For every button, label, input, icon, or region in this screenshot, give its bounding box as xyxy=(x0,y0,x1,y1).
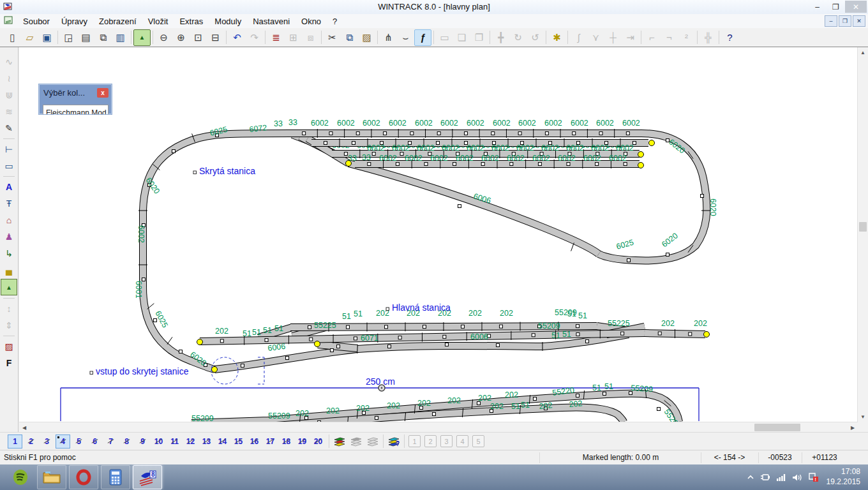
context-help-button[interactable]: ? xyxy=(721,29,738,46)
print-button[interactable]: ▤ xyxy=(77,29,94,46)
menu-moduly[interactable]: Moduly xyxy=(209,15,247,27)
copy-button[interactable]: ⧉ xyxy=(341,29,358,46)
height-adjust-button[interactable]: ↕ xyxy=(1,301,17,316)
layer-tab-15[interactable]: 15 xyxy=(231,434,246,449)
vertical-scroll-thumb[interactable] xyxy=(859,222,867,232)
zoom-fit-button[interactable]: ⊟ xyxy=(207,29,224,46)
move-part-button[interactable]: ╋ xyxy=(492,29,509,46)
mdi-close-button[interactable]: ✕ xyxy=(853,15,865,27)
undo-button[interactable]: ↶ xyxy=(228,29,246,46)
paste-button[interactable]: ▨ xyxy=(358,29,375,46)
bring-to-front-button[interactable]: ❏ xyxy=(453,29,470,46)
corner-tool-button[interactable]: ⌐ xyxy=(643,29,661,46)
insert-route-button[interactable]: ↳ xyxy=(1,246,17,261)
part-picker-dialog[interactable]: Výběr kol... x Fleischmann Mod xyxy=(38,84,112,115)
track-endpoint[interactable] xyxy=(315,341,320,347)
insert-terrain-button[interactable]: ▄ xyxy=(1,262,17,278)
print-pages-button[interactable]: ⧉ xyxy=(94,29,112,46)
track-align-button[interactable]: ⋓ xyxy=(1,87,17,103)
layers-colored-button[interactable] xyxy=(332,434,347,449)
center-selection-button[interactable]: ╬ xyxy=(700,29,717,46)
track-endpoint[interactable] xyxy=(346,161,352,167)
track-endpoint[interactable] xyxy=(649,140,655,146)
insert-image-button[interactable]: ▲ xyxy=(133,29,151,46)
tray-expand-icon[interactable] xyxy=(747,474,754,480)
connect-track-button[interactable]: ∫ xyxy=(570,29,587,46)
zoom-window-button[interactable]: ⊡ xyxy=(190,29,207,46)
cut-button[interactable]: ✂ xyxy=(324,29,341,46)
horizontal-scroll-thumb[interactable] xyxy=(754,424,800,431)
insert-rectangle-button[interactable]: ▭ xyxy=(1,158,17,174)
rotate-part-button[interactable]: ↻ xyxy=(509,29,527,46)
layer-tab-18[interactable]: 18 xyxy=(279,434,294,449)
new-file-button[interactable]: ▯ xyxy=(4,29,21,46)
layer-tab-16[interactable]: 16 xyxy=(247,434,262,449)
layers-question-button[interactable]: ? xyxy=(386,434,401,449)
menu-extras[interactable]: Extras xyxy=(174,15,209,27)
layer-tab-10[interactable]: 10 xyxy=(151,434,166,449)
layer-tab-9[interactable]: 9 xyxy=(135,434,150,449)
close-button[interactable]: ✕ xyxy=(845,1,867,13)
layer-tab-19[interactable]: 19 xyxy=(295,434,310,449)
minimize-button[interactable]: – xyxy=(808,1,827,13)
layer-tab-14[interactable]: 14 xyxy=(215,434,230,449)
layer-tab-3[interactable]: 3 xyxy=(40,434,54,449)
mdi-restore-button[interactable]: ❐ xyxy=(839,15,851,27)
redo-button[interactable]: ↷ xyxy=(246,29,263,46)
restore-button[interactable]: ❐ xyxy=(827,1,845,13)
cutter-tool-button[interactable]: ✎ xyxy=(1,121,17,136)
hide-layer-button[interactable]: ▨ xyxy=(1,339,17,354)
print-preview-button[interactable]: ◲ xyxy=(60,29,77,46)
plan-annotation[interactable]: vstup do skrytej stanice xyxy=(96,366,189,376)
page-box-2[interactable]: 2 xyxy=(424,435,437,447)
plan-annotation[interactable]: Skrytá stanica xyxy=(199,166,255,176)
scroll-right-arrow[interactable]: ▶ xyxy=(848,422,858,433)
layer-tab-12[interactable]: 12 xyxy=(183,434,198,449)
track-endpoint[interactable] xyxy=(704,332,710,338)
layer-tab-11[interactable]: 11 xyxy=(167,434,182,449)
track-bed-button[interactable]: ≋ xyxy=(1,104,17,119)
menu-nastaveni[interactable]: Nastaveni xyxy=(247,15,296,27)
layer-current-button[interactable] xyxy=(348,434,364,449)
rotate-180-button[interactable]: ↺ xyxy=(527,29,544,46)
menu-soubor[interactable]: Soubor xyxy=(17,15,56,27)
align-track-button[interactable]: ┼ xyxy=(604,29,622,46)
dialog-close-button[interactable]: x xyxy=(97,88,108,98)
calculator-taskbar-button[interactable] xyxy=(101,465,130,489)
insert-height-label-button[interactable]: Ŧ xyxy=(1,196,17,211)
network-signal-icon[interactable] xyxy=(776,473,786,481)
spotify-taskbar-button[interactable] xyxy=(6,466,34,489)
height-adjust-2-button[interactable]: ⇕ xyxy=(1,318,17,333)
volume-icon[interactable] xyxy=(792,473,802,482)
parts-list-button[interactable]: ▥ xyxy=(112,29,129,46)
power-icon[interactable] xyxy=(760,473,770,481)
track-endpoint[interactable] xyxy=(197,339,203,345)
insert-f-text-button[interactable]: F xyxy=(1,355,17,371)
manufacturer-combobox[interactable]: Fleischmann Mod xyxy=(43,105,108,115)
page-box-3[interactable]: 3 xyxy=(440,435,453,447)
dimension-tool-button[interactable]: ▭ xyxy=(436,29,453,46)
edge-tool-button[interactable]: ¬ xyxy=(661,29,678,46)
snap-part-button[interactable]: ✱ xyxy=(548,29,565,46)
layer-tab-6[interactable]: 6 xyxy=(87,434,102,449)
track-endpoint[interactable] xyxy=(638,163,644,168)
page-box-4[interactable]: 4 xyxy=(456,435,468,447)
scroll-up-arrow[interactable]: ▲ xyxy=(858,47,868,57)
layer-tab-17[interactable]: 17 xyxy=(263,434,278,449)
vertical-scrollbar[interactable]: ▲ ▼ xyxy=(857,47,868,422)
page-box-1[interactable]: 1 xyxy=(408,435,421,447)
page-box-5[interactable]: 5 xyxy=(472,435,484,447)
shift-track-button[interactable]: ⇥ xyxy=(622,29,639,46)
curve-tool-button[interactable]: ⌣ xyxy=(397,29,414,46)
price-list-button[interactable]: ≣ xyxy=(267,29,285,46)
flex-track-1-button[interactable]: ∿ xyxy=(1,54,17,70)
plan-canvas[interactable]: 6002600260026002600260026002600260026002… xyxy=(19,47,858,422)
file-explorer-taskbar-button[interactable] xyxy=(37,465,66,489)
menu-q[interactable]: ? xyxy=(327,15,343,27)
insert-figure-button[interactable]: ♟ xyxy=(1,229,17,244)
layer-tab-4[interactable]: 4 xyxy=(56,434,70,449)
track-endpoint[interactable] xyxy=(212,367,218,373)
layer-tab-20[interactable]: 20 xyxy=(311,434,326,449)
insert-image-object-button[interactable]: ▲ xyxy=(1,279,17,295)
insert-text-button[interactable]: A xyxy=(1,179,17,195)
